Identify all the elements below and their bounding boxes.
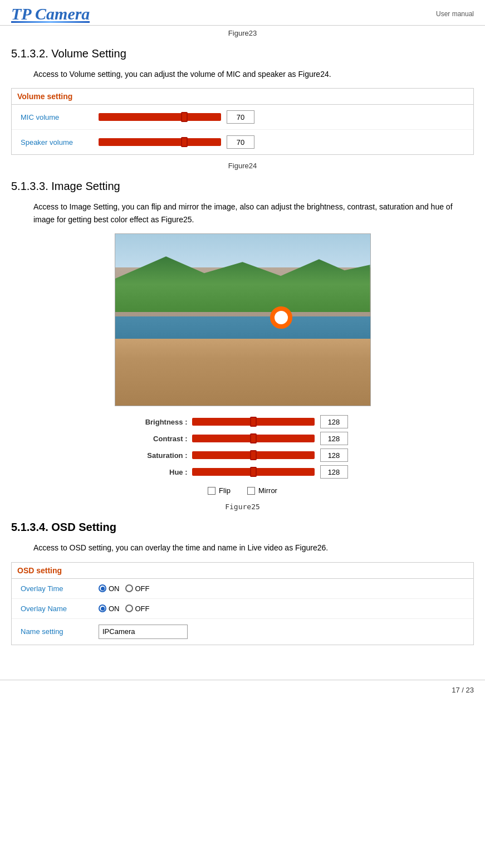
flip-checkbox[interactable] [208,487,215,495]
speaker-volume-track[interactable] [99,138,221,146]
overlay-name-off-label: OFF [135,604,150,613]
overlay-name-on-radio[interactable] [99,604,106,612]
brightness-value: 128 [320,415,348,428]
saturation-slider-container: 128 [192,448,348,462]
figure25-caption: Figure25 [11,503,474,511]
scene-deck [115,339,370,406]
overlay-name-off-radio[interactable] [125,604,133,612]
overlay-time-label: Overlay Time [21,584,99,593]
manual-label: User manual [436,10,474,18]
logo: TP Camera [11,4,90,23]
name-setting-input[interactable] [99,625,188,639]
mirror-label: Mirror [258,486,277,495]
hue-slider-container: 128 [192,465,348,479]
hue-thumb[interactable] [250,467,257,477]
brightness-thumb[interactable] [250,417,257,427]
overlay-name-on[interactable]: ON [99,604,120,613]
figure24-caption: Figure24 [11,162,474,170]
speaker-volume-row: Speaker volume 70 [12,130,473,154]
flip-checkbox-label[interactable]: Flip [208,486,231,495]
section-image-intro: Access to Image Setting, you can flip an… [33,201,474,226]
volume-setting-panel: Volume setting MIC volume 70 Speaker vol… [11,88,474,155]
overlay-time-off-radio[interactable] [125,584,133,592]
mic-volume-row: MIC volume 70 [12,105,473,130]
camera-image [115,233,371,406]
contrast-row: Contrast : 128 [138,432,348,445]
hue-track[interactable] [192,468,315,476]
overlay-name-radio-group: ON OFF [99,604,150,613]
mirror-checkbox[interactable] [247,487,255,495]
saturation-track[interactable] [192,451,315,459]
section-osd-intro: Access to OSD setting, you can overlay t… [33,542,474,554]
brightness-label: Brightness : [138,418,188,426]
overlay-name-on-label: ON [109,604,120,613]
overlay-name-label: Overlay Name [21,604,99,613]
section-image-heading: 5.1.3.3. Image Setting [11,180,474,193]
brightness-slider-container: 128 [192,415,348,428]
brightness-row: Brightness : 128 [138,415,348,428]
flip-mirror-row: Flip Mirror [208,486,277,495]
mic-volume-thumb[interactable] [181,112,188,122]
overlay-time-off[interactable]: OFF [125,584,150,593]
saturation-value: 128 [320,448,348,462]
overlay-time-off-label: OFF [135,584,150,593]
overlay-name-off[interactable]: OFF [125,604,150,613]
section-volume-intro: Access to Volume setting, you can adjust… [33,68,474,80]
name-setting-label: Name setting [21,627,99,636]
scene-lifebuoy [270,306,292,329]
saturation-row: Saturation : 128 [138,448,348,462]
mic-volume-slider-container: 70 [99,110,254,124]
overlay-time-on-radio[interactable] [99,584,106,592]
overlay-time-row: Overlay Time ON OFF [12,579,473,599]
mic-volume-track[interactable] [99,113,221,121]
page-number: 17 / 23 [452,686,474,694]
osd-panel-title: OSD setting [12,563,473,579]
saturation-thumb[interactable] [250,450,257,460]
osd-setting-panel: OSD setting Overlay Time ON OFF Overlay … [11,562,474,645]
header: TP Camera User manual [0,0,485,26]
hue-label: Hue : [138,468,188,476]
contrast-slider-container: 128 [192,432,348,445]
section-volume-heading: 5.1.3.2. Volume Setting [11,47,474,60]
image-controls: Brightness : 128 Contrast : 128 Saturati… [11,415,474,497]
scene-greenery [115,256,370,312]
speaker-volume-value: 70 [227,135,254,149]
name-setting-row: Name setting [12,619,473,645]
contrast-label: Contrast : [138,435,188,443]
speaker-volume-thumb[interactable] [181,137,188,147]
flip-label: Flip [219,486,231,495]
content: Figure23 5.1.3.2. Volume Setting Access … [0,29,485,669]
section-osd-heading: 5.1.3.4. OSD Setting [11,521,474,534]
speaker-volume-label: Speaker volume [21,138,99,147]
hue-row: Hue : 128 [138,465,348,479]
volume-panel-title: Volume setting [12,89,473,105]
saturation-label: Saturation : [138,451,188,460]
figure23-caption: Figure23 [11,29,474,37]
contrast-value: 128 [320,432,348,445]
page-footer: 17 / 23 [0,680,485,700]
image-figure [11,233,474,406]
overlay-time-on-label: ON [109,584,120,593]
overlay-time-on[interactable]: ON [99,584,120,593]
mic-volume-label: MIC volume [21,113,99,121]
contrast-track[interactable] [192,435,315,442]
hue-value: 128 [320,465,348,479]
overlay-name-row: Overlay Name ON OFF [12,599,473,619]
speaker-volume-slider-container: 70 [99,135,254,149]
contrast-thumb[interactable] [250,433,257,443]
logo-label: TP Camera [11,4,90,23]
brightness-track[interactable] [192,418,315,426]
mic-volume-value: 70 [227,110,254,124]
mirror-checkbox-label[interactable]: Mirror [247,486,277,495]
overlay-time-radio-group: ON OFF [99,584,150,593]
